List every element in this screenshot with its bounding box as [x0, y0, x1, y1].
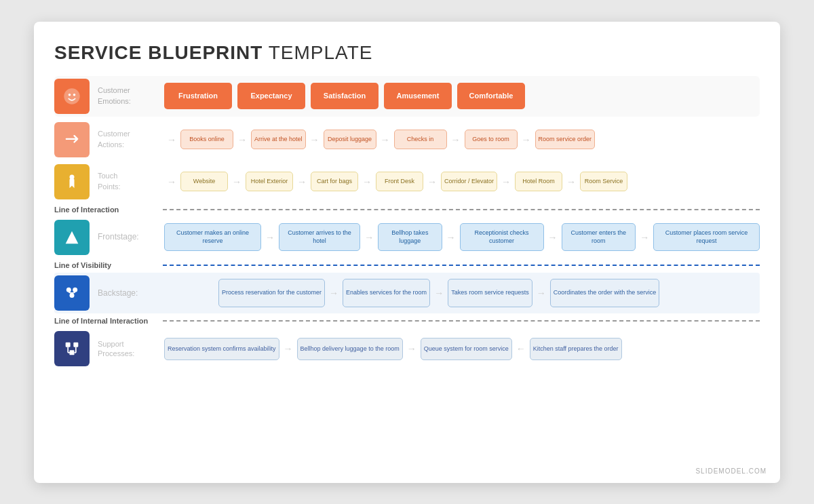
- line-visibility-label: Line of Visibility: [54, 260, 163, 270]
- customer-actions-row: CustomerActions: → Books online → Arrive…: [54, 119, 760, 160]
- tp-arrow-7: →: [566, 176, 576, 187]
- front-arrow-5: →: [640, 232, 649, 243]
- emotion-4: Amusement: [384, 83, 452, 109]
- page-title: SERVICE BLUEPRINT TEMPLATE: [54, 42, 760, 64]
- tp-7: Room Service: [580, 172, 627, 192]
- line-internal-label: Line of Internal Interaction: [54, 316, 163, 326]
- back-arrow-1: →: [329, 288, 338, 298]
- tp-4: Front Desk: [376, 172, 423, 192]
- backstage-row: Backstage: Process reservation for the c…: [54, 273, 760, 313]
- svg-point-1: [69, 93, 71, 96]
- front-4: Receptionist checks customer: [460, 223, 544, 251]
- svg-point-5: [66, 288, 71, 292]
- frontstage-label: Frontstage:: [98, 231, 159, 243]
- svg-point-6: [73, 288, 77, 292]
- front-5: Customer enters the room: [562, 223, 636, 251]
- arrow-3: →: [310, 134, 319, 145]
- back-4: Coordinates the order with the service: [550, 279, 660, 307]
- sup-4: Kitchen staff prepares the order: [530, 338, 622, 361]
- front-arrow-1: →: [265, 232, 275, 243]
- front-arrow-4: →: [548, 232, 558, 243]
- sup-arrow-3: ←: [516, 343, 526, 354]
- svg-point-3: [70, 174, 75, 179]
- tp-arrow-4: →: [362, 176, 372, 187]
- front-2: Customer arrives to the hotel: [279, 223, 360, 251]
- svg-point-2: [73, 93, 76, 96]
- frontstage-boxes: Customer makes an online reserve → Custo…: [164, 223, 760, 251]
- support-label: Support Processes:: [98, 339, 159, 359]
- svg-rect-9: [73, 343, 78, 347]
- line-visibility-dashes: [163, 265, 760, 266]
- action-3: Deposit luggage: [324, 130, 376, 150]
- tp-5: Corridor / Elevator: [441, 172, 497, 192]
- emotions-boxes: Frustration Expectancy Satisfaction Amus…: [164, 83, 760, 109]
- svg-point-0: [64, 88, 79, 104]
- tp-arrow-5: →: [427, 176, 437, 187]
- customer-actions-icon: [54, 122, 90, 157]
- svg-rect-8: [66, 343, 71, 347]
- tp-arrow-2: →: [232, 176, 241, 187]
- line-interaction-label: Line of Interaction: [54, 205, 163, 214]
- emotions-row: CustomerEmotions: Frustration Expectancy…: [54, 76, 760, 117]
- action-1: Books online: [180, 130, 233, 150]
- front-3: Bellhop takes luggage: [378, 223, 442, 251]
- support-icon: [54, 331, 90, 366]
- tp-arrow-6: →: [501, 176, 511, 187]
- arrow-2: →: [237, 134, 247, 145]
- touch-points-boxes: → Website → Hotel Exterior → Cart for ba…: [164, 172, 760, 192]
- tp-3: Cart for bags: [311, 172, 358, 192]
- sup-arrow-1: →: [284, 343, 293, 354]
- tp-1: Website: [180, 172, 228, 192]
- action-4: Checks in: [394, 130, 447, 150]
- touch-points-label: TouchPoints:: [98, 171, 159, 192]
- emotion-5: Comfortable: [457, 83, 525, 109]
- emotions-icon: [54, 79, 90, 114]
- touch-points-icon: [54, 164, 90, 199]
- customer-actions-boxes: → Books online → Arrive at the hotel → D…: [164, 130, 760, 150]
- blueprint-body: CustomerEmotions: Frustration Expectancy…: [54, 76, 760, 370]
- back-arrow-3: →: [537, 288, 546, 298]
- arrow-1: →: [167, 134, 176, 145]
- frontstage-icon: [54, 220, 90, 255]
- sup-2: Bellhop delivery luggage to the room: [297, 338, 403, 361]
- line-visibility: Line of Visibility: [54, 260, 760, 270]
- front-arrow-3: →: [446, 232, 456, 243]
- line-internal-dashes: [163, 320, 760, 322]
- backstage-boxes: Process reservation for the customer → E…: [164, 279, 760, 307]
- action-5: Goes to room: [465, 130, 518, 150]
- arrow-5: →: [451, 134, 461, 145]
- emotions-label: CustomerEmotions:: [98, 85, 159, 106]
- back-arrow-2: →: [434, 288, 444, 298]
- sup-arrow-2: →: [407, 343, 416, 354]
- back-3: Takes room service requests: [448, 279, 532, 307]
- tp-arrow-1: →: [167, 176, 176, 187]
- touch-points-row: TouchPoints: → Website → Hotel Exterior …: [54, 161, 760, 202]
- back-1: Process reservation for the customer: [218, 279, 325, 307]
- tp-2: Hotel Exterior: [246, 172, 293, 192]
- sup-3: Queue system for room service: [421, 338, 512, 361]
- emotion-2: Expectancy: [237, 83, 305, 109]
- slide-container: SERVICE BLUEPRINT TEMPLATE CustomerEmoti…: [34, 22, 780, 483]
- sup-1: Reservation system confirms availability: [164, 338, 279, 361]
- backstage-icon: [54, 275, 90, 311]
- svg-point-7: [70, 293, 75, 298]
- action-2: Arrive at the hotel: [251, 130, 306, 150]
- support-row: Support Processes: Reservation system co…: [54, 328, 760, 369]
- arrow-6: →: [522, 134, 531, 145]
- action-6: Room service order: [535, 130, 596, 150]
- front-6: Customer places room service request: [653, 223, 760, 251]
- backstage-label: Backstage:: [98, 288, 159, 299]
- watermark: SLIDEMODEL.COM: [695, 467, 767, 475]
- emotion-1: Frustration: [164, 83, 232, 109]
- line-interaction-dashes: [163, 209, 760, 210]
- back-2: Enables services for the room: [343, 279, 430, 307]
- line-interaction: Line of Interaction: [54, 205, 760, 214]
- svg-marker-4: [66, 231, 79, 244]
- emotion-3: Satisfaction: [311, 83, 379, 109]
- arrow-4: →: [381, 134, 390, 145]
- frontstage-row: Frontstage: Customer makes an online res…: [54, 217, 760, 258]
- customer-actions-label: CustomerActions:: [98, 129, 159, 150]
- front-arrow-2: →: [364, 232, 374, 243]
- tp-arrow-3: →: [297, 176, 307, 187]
- tp-6: Hotel Room: [515, 172, 562, 192]
